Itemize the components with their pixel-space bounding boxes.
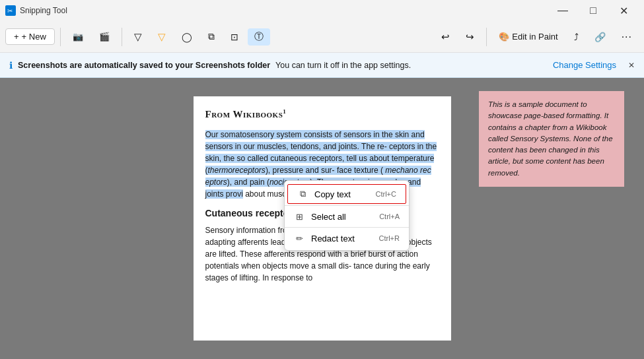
main-area: From Wikibooks1 Our somatosensory system… [0, 78, 644, 359]
separator-1 [60, 28, 61, 46]
copy-icon: ⧉ [208, 31, 215, 42]
video-icon: 🎬 [99, 32, 110, 42]
info-normal-text: You can turn it off in the app settings. [275, 61, 411, 70]
svg-text:✂: ✂ [7, 7, 13, 15]
redact-text-label: Redact text [311, 234, 355, 244]
eraser-icon: ◯ [182, 32, 192, 42]
plus-icon: + [14, 32, 19, 42]
snipping-tool-icon: ✂ [5, 5, 16, 16]
info-close-button[interactable]: ✕ [628, 61, 635, 70]
undo-icon: ↩ [441, 31, 450, 43]
share-button[interactable]: ⤴ [567, 29, 585, 45]
redact-text-icon: ✏ [294, 233, 304, 244]
toolbar-right: ↩ ↪ 🎨 Edit in Paint ⤴ 🔗 ··· [435, 28, 639, 46]
select-all-icon: ⊞ [294, 211, 304, 222]
copy-link-button[interactable]: 🔗 [588, 29, 612, 45]
text-button[interactable]: Ⓣ [248, 28, 270, 46]
info-bar: ℹ Screenshots are automatically saved to… [0, 53, 644, 78]
copy-text-shortcut: Ctrl+C [376, 190, 396, 198]
doc-title: From Wikibooks1 [205, 107, 439, 122]
camera-icon: 📷 [73, 32, 83, 42]
context-menu-separator-2 [285, 227, 409, 228]
close-button[interactable]: ✕ [608, 0, 639, 21]
crop-icon: ⊡ [231, 32, 238, 42]
change-settings-link[interactable]: Change Settings [553, 60, 616, 70]
more-button[interactable]: ··· [615, 28, 639, 46]
more-icon: ··· [622, 31, 632, 43]
edit-in-paint-button[interactable]: 🎨 Edit in Paint [492, 29, 564, 44]
redo-icon: ↪ [466, 31, 474, 43]
text-icon: Ⓣ [254, 31, 264, 43]
select-all-shortcut: Ctrl+A [379, 212, 400, 220]
context-menu-select-all[interactable]: ⊞ Select all Ctrl+A [285, 207, 409, 226]
screenshot-mode-button[interactable]: 📷 [66, 29, 90, 44]
maximize-button[interactable]: □ [578, 0, 608, 21]
title-bar-controls: — □ ✕ [548, 0, 639, 21]
video-mode-button[interactable]: 🎬 [92, 29, 116, 44]
title-bar-left: ✂ Snipping Tool [5, 5, 67, 16]
app-title: Snipping Tool [20, 6, 67, 15]
separator-2 [122, 28, 122, 46]
info-icon: ℹ [9, 60, 13, 71]
edit-paint-label: Edit in Paint [512, 32, 557, 42]
eraser-button[interactable]: ◯ [175, 29, 199, 45]
new-button[interactable]: + + New [5, 28, 55, 45]
context-menu-redact-text[interactable]: ✏ Redact text Ctrl+R [285, 229, 409, 247]
paint-icon: 🎨 [499, 32, 509, 42]
highlight-yellow-button[interactable]: ▽ [151, 28, 172, 46]
copy-button[interactable]: ⧉ [201, 28, 221, 45]
shape-icon: ▽ [134, 31, 142, 43]
title-bar: ✂ Snipping Tool — □ ✕ [0, 0, 644, 21]
context-menu-separator [285, 205, 409, 206]
shape-button[interactable]: ▽ [127, 28, 149, 46]
annotation-text: This is a sample document to showcase pa… [488, 100, 613, 177]
context-menu: ⧉ Copy text Ctrl+C ⊞ Select all Ctrl+A ✏… [284, 180, 410, 251]
select-all-label: Select all [311, 212, 346, 222]
new-label: + New [22, 32, 46, 42]
context-menu-copy-text[interactable]: ⧉ Copy text Ctrl+C [287, 184, 406, 204]
toolbar: + + New 📷 🎬 ▽ ▽ ◯ ⧉ ⊡ Ⓣ ↩ ↪ 🎨 Edit in Pa… [0, 21, 644, 53]
minimize-button[interactable]: — [548, 0, 578, 21]
crop-button[interactable]: ⊡ [224, 29, 245, 45]
redact-text-shortcut: Ctrl+R [379, 234, 400, 242]
undo-button[interactable]: ↩ [435, 28, 456, 46]
share-icon: ⤴ [574, 32, 579, 42]
redo-button[interactable]: ↪ [459, 28, 481, 46]
copy-text-icon: ⧉ [297, 189, 308, 199]
annotation-box: This is a sample document to showcase pa… [479, 91, 624, 187]
info-bold-text: Screenshots are automatically saved to y… [18, 61, 270, 70]
copy-text-label: Copy text [314, 189, 351, 199]
link-icon: 🔗 [594, 32, 606, 42]
highlight-yellow-icon: ▽ [158, 31, 166, 43]
separator-3 [486, 28, 487, 46]
